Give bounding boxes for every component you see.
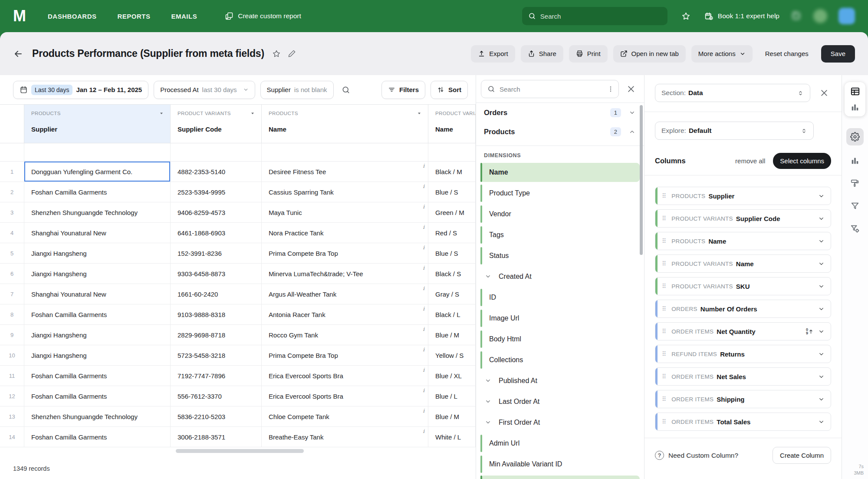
- dimension-group-published-at[interactable]: Published At: [480, 371, 640, 390]
- cell-product-name[interactable]: Minerva LumaTech&trade; V-Teei: [262, 264, 428, 284]
- drag-handle-icon[interactable]: ⠿: [662, 283, 666, 290]
- chevron-down-icon[interactable]: [818, 261, 825, 267]
- info-icon[interactable]: i: [423, 163, 424, 169]
- cell-supplier[interactable]: Dongguan Yufengling Garment Co.: [24, 162, 171, 182]
- dimension-item-image-url[interactable]: Image Url: [480, 309, 640, 328]
- favorite-star-icon[interactable]: [679, 9, 693, 23]
- cell-supplier-code[interactable]: 6461-1868-6903: [171, 223, 262, 243]
- dimension-group-last-order-at[interactable]: Last Order At: [480, 392, 640, 411]
- cell-supplier-code[interactable]: 152-3991-8236: [171, 243, 262, 263]
- info-icon[interactable]: i: [423, 367, 424, 373]
- book-expert-help-button[interactable]: Book 1:1 expert help: [704, 12, 779, 21]
- dimension-item-supplier[interactable]: Supplier: [480, 476, 640, 479]
- chevron-down-icon[interactable]: [818, 215, 825, 222]
- kebab-menu-icon[interactable]: [607, 86, 614, 92]
- column-header-supplier-code[interactable]: PRODUCT VARIANTS Supplier Code: [171, 105, 262, 143]
- nav-dashboards[interactable]: DASHBOARDS: [48, 13, 97, 20]
- chevron-down-icon[interactable]: [818, 351, 825, 357]
- bar-chart-view-icon[interactable]: [850, 102, 860, 112]
- chevron-down-icon[interactable]: [818, 193, 825, 199]
- cell-product-name[interactable]: Maya Tunici: [262, 202, 428, 222]
- close-settings-icon[interactable]: [817, 86, 831, 100]
- date-range-picker[interactable]: Last 30 days Jan 12 – Feb 11, 2025: [13, 81, 148, 99]
- drag-handle-icon[interactable]: ⠿: [662, 373, 666, 380]
- section-select[interactable]: Section: Data: [655, 84, 810, 102]
- settings-gear-icon[interactable]: [846, 128, 864, 145]
- chevron-down-icon[interactable]: [818, 396, 825, 403]
- supplier-filter[interactable]: Supplier is not blank: [260, 81, 334, 99]
- notifications-icon[interactable]: [791, 10, 802, 22]
- cell-supplier[interactable]: Foshan Camilla Garments: [24, 366, 171, 386]
- cell-supplier[interactable]: Foshan Camilla Garments: [24, 182, 171, 202]
- column-card-order-items-shipping[interactable]: ⠿ ORDER ITEMSShipping: [655, 390, 831, 408]
- info-icon[interactable]: i: [423, 347, 424, 353]
- info-icon[interactable]: i: [423, 326, 424, 332]
- info-icon[interactable]: i: [423, 183, 424, 189]
- cell-supplier[interactable]: Shenzhen Shunguangde Technology: [24, 202, 171, 222]
- create-custom-report-button[interactable]: Create custom report: [225, 12, 301, 20]
- chevron-down-icon[interactable]: [818, 283, 825, 290]
- column-header-supplier[interactable]: PRODUCTS Supplier: [24, 105, 171, 143]
- dimension-item-id[interactable]: ID: [480, 288, 640, 307]
- drag-handle-icon[interactable]: ⠿: [662, 192, 666, 199]
- filters-button[interactable]: Filters: [381, 81, 425, 99]
- info-icon[interactable]: i: [423, 204, 424, 210]
- drag-handle-icon[interactable]: ⠿: [662, 215, 666, 222]
- reset-changes-button[interactable]: Reset changes: [758, 45, 815, 63]
- column-card-order-items-total-sales[interactable]: ⠿ ORDER ITEMSTotal Sales: [655, 413, 831, 431]
- numeric-sort-ascending-icon[interactable]: 09: [806, 328, 814, 335]
- info-icon[interactable]: i: [423, 306, 424, 312]
- fields-search-input[interactable]: [500, 86, 603, 93]
- column-card-variants-sku[interactable]: ⠿ PRODUCT VARIANTSSKU: [655, 277, 831, 295]
- sort-button[interactable]: Sort: [431, 81, 468, 99]
- chevron-down-icon[interactable]: [818, 306, 825, 312]
- entity-group-products[interactable]: Products 2: [476, 122, 644, 141]
- column-header-product-name[interactable]: PRODUCTS Name: [262, 105, 428, 143]
- cell-variant-name[interactable]: Blue / S: [428, 182, 476, 202]
- cell-supplier-code[interactable]: 5723-5458-3218: [171, 345, 262, 365]
- cell-supplier[interactable]: Jiangxi Hangsheng: [24, 243, 171, 263]
- cell-variant-name[interactable]: Black / L: [428, 304, 476, 324]
- cell-variant-name[interactable]: Green / M: [428, 202, 476, 222]
- nav-emails[interactable]: EMAILS: [171, 13, 197, 20]
- table-view-icon[interactable]: [850, 86, 860, 96]
- cell-supplier-code[interactable]: 9103-9888-8318: [171, 304, 262, 324]
- chevron-down-icon[interactable]: [818, 419, 825, 425]
- cell-supplier-code[interactable]: 3006-2188-3571: [171, 427, 262, 447]
- cell-variant-name[interactable]: Blue / M: [428, 325, 476, 345]
- cell-variant-name[interactable]: Yellow / S: [428, 345, 476, 365]
- dimension-group-created-at[interactable]: Created At: [480, 267, 640, 286]
- cell-supplier[interactable]: Jiangxi Hangsheng: [24, 264, 171, 284]
- scrollbar-thumb[interactable]: [176, 449, 304, 453]
- cell-supplier-code[interactable]: 2829-9698-8718: [171, 325, 262, 345]
- dimension-item-product-type[interactable]: Product Type: [480, 184, 640, 203]
- close-panel-icon[interactable]: [624, 82, 638, 96]
- cell-product-name[interactable]: Prima Compete Bra Topi: [262, 243, 428, 263]
- more-actions-button[interactable]: More actions: [691, 45, 753, 63]
- dimension-item-min-available-variant-id[interactable]: Min Available Variant ID: [480, 455, 640, 474]
- cell-product-name[interactable]: Rocco Gym Tanki: [262, 325, 428, 345]
- column-card-refund-items-returns[interactable]: ⠿ REFUND ITEMSReturns: [655, 345, 831, 363]
- search-table-icon[interactable]: [339, 83, 353, 97]
- drag-handle-icon[interactable]: ⠿: [662, 396, 666, 403]
- cell-supplier-code[interactable]: 7192-7747-7896: [171, 366, 262, 386]
- info-icon[interactable]: i: [423, 428, 424, 434]
- back-arrow-icon[interactable]: [13, 49, 23, 59]
- help-question-icon[interactable]: ?: [655, 451, 664, 460]
- chevron-down-icon[interactable]: [818, 328, 825, 335]
- open-in-new-tab-button[interactable]: Open in new tab: [613, 45, 686, 63]
- share-button[interactable]: Share: [521, 45, 563, 63]
- grid-filter-row[interactable]: [0, 143, 476, 162]
- cell-variant-name[interactable]: Gray / S: [428, 284, 476, 304]
- horizontal-scrollbar[interactable]: [0, 448, 476, 454]
- export-button[interactable]: Export: [471, 45, 515, 63]
- column-menu-icon[interactable]: [159, 111, 164, 116]
- paint-roller-icon[interactable]: [850, 178, 860, 188]
- entity-group-orders[interactable]: Orders 1: [476, 103, 644, 122]
- cell-supplier[interactable]: Foshan Camilla Garments: [24, 386, 171, 406]
- filter-funnel-icon[interactable]: [850, 201, 860, 211]
- cell-variant-name[interactable]: Blue / M: [428, 406, 476, 426]
- cell-supplier[interactable]: Foshan Camilla Garments: [24, 427, 171, 447]
- column-card-order-items-net-quantity[interactable]: ⠿ ORDER ITEMSNet Quantity 09: [655, 322, 831, 340]
- create-column-button[interactable]: Create Column: [773, 447, 831, 464]
